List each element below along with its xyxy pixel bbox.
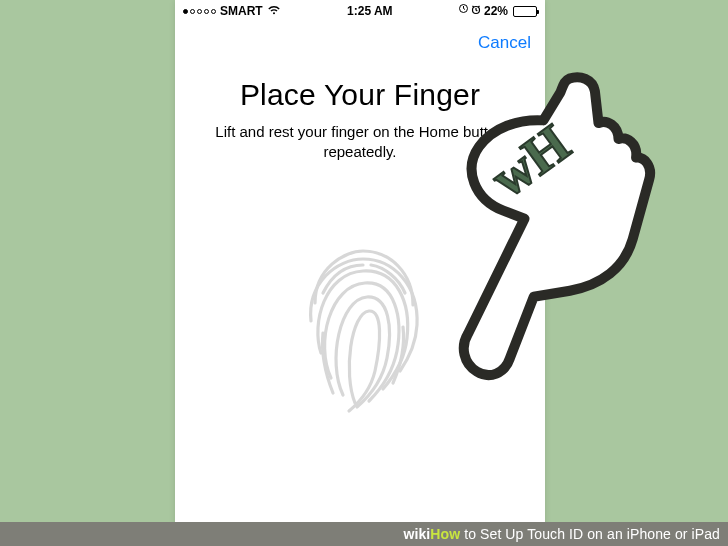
wifi-icon [267,4,281,18]
fingerprint-icon [205,243,515,423]
phone-frame: SMART 1:25 AM 22% Cancel Place Your Fing… [175,0,545,528]
page-title: Place Your Finger [205,78,515,112]
page-subtitle: Lift and rest your finger on the Home bu… [205,122,515,163]
caption-how: How [430,526,460,542]
lock-icon [459,4,468,18]
battery-percent: 22% [484,4,508,18]
caption-wiki: wiki [403,526,430,542]
nav-bar: Cancel [175,22,545,64]
signal-icon [183,9,216,14]
status-bar: SMART 1:25 AM 22% [175,0,545,22]
time-label: 1:25 AM [281,4,459,18]
status-right: 22% [459,4,537,18]
caption-bar: wikiHow to Set Up Touch ID on an iPhone … [0,522,728,546]
alarm-icon [471,4,481,18]
carrier-label: SMART [220,4,263,18]
status-left: SMART [183,4,281,18]
battery-icon [513,6,537,17]
caption-rest: to Set Up Touch ID on an iPhone or iPad [460,526,720,542]
content: Place Your Finger Lift and rest your fin… [175,64,545,423]
cancel-button[interactable]: Cancel [478,33,531,53]
